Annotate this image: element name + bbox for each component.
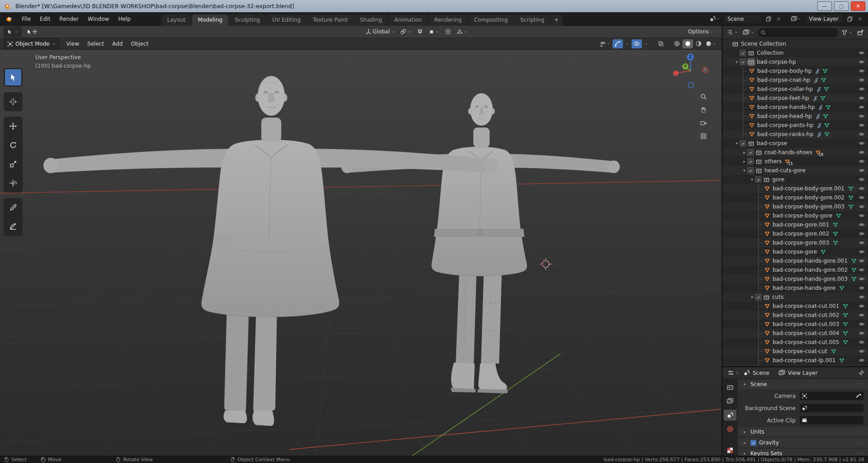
hide-in-viewport-icon[interactable]: [859, 213, 868, 219]
outliner-row[interactable]: bad-corpse-pants-hp: [722, 121, 868, 130]
workspace-tab-sculpting[interactable]: Sculpting: [229, 14, 266, 26]
collection-checkbox[interactable]: [747, 158, 754, 165]
outliner-row[interactable]: bad-corpse-coat-cut.003: [722, 320, 868, 329]
editor-type-dropdown[interactable]: [726, 369, 741, 378]
outliner-row[interactable]: bad-corpse-head-hp: [722, 112, 868, 121]
outliner-item-label[interactable]: bad-corpse-gore.002: [773, 231, 829, 237]
gravity-checkbox[interactable]: [750, 440, 756, 446]
mesh-data-icon[interactable]: [848, 185, 854, 192]
panel-header-gravity[interactable]: ▸Gravity∷∷: [738, 437, 868, 448]
viewport-3d[interactable]: User Perspective (100) bad-corpse-hp Z Y…: [0, 50, 722, 456]
workspace-tab-compositing[interactable]: Compositing: [468, 14, 514, 26]
mesh-data-icon[interactable]: [842, 339, 849, 345]
outliner-row[interactable]: bad-corpse-collar-hp: [722, 85, 868, 94]
outliner-row[interactable]: bad-corpse-hands-gore.003: [722, 274, 868, 283]
falloff-dropdown[interactable]: [455, 27, 469, 36]
outliner-row[interactable]: bad-corpse-coat-hp: [722, 76, 868, 85]
outliner-row[interactable]: bad-corpse-gore: [722, 247, 868, 256]
workspace-tab-animation[interactable]: Animation: [388, 14, 428, 26]
options-dropdown[interactable]: Options: [687, 27, 715, 36]
outliner-display-mode-dropdown[interactable]: [741, 28, 756, 37]
mesh-data-icon[interactable]: [820, 249, 826, 255]
filter-dropdown[interactable]: [840, 28, 854, 37]
workspace-tab-shading[interactable]: Shading: [354, 14, 388, 26]
workspace-tab-layout[interactable]: Layout: [161, 14, 192, 26]
mesh-data-icon[interactable]: [851, 267, 857, 273]
hide-in-viewport-icon[interactable]: [859, 240, 868, 246]
tab-view-layer-properties[interactable]: [724, 396, 736, 407]
hide-in-viewport-icon[interactable]: [859, 149, 868, 156]
hide-in-viewport-icon[interactable]: [859, 321, 868, 327]
collection-checkbox[interactable]: [747, 149, 754, 156]
outliner-item-label[interactable]: bad-corpse-coat-cut.002: [773, 312, 839, 318]
viewport-menu-add[interactable]: Add: [108, 41, 127, 47]
outliner-row[interactable]: ▸coat-hands-shoes19: [722, 148, 868, 157]
hide-in-viewport-icon[interactable]: [859, 276, 868, 282]
menu-file[interactable]: File: [17, 12, 35, 26]
maximize-button[interactable]: ▢: [834, 1, 849, 11]
mesh-data-icon[interactable]: [832, 222, 839, 228]
gizmos-dropdown-icon[interactable]: [624, 39, 630, 48]
modifier-icon[interactable]: [815, 113, 821, 119]
outliner-row[interactable]: bad-corpse-body-gore.001: [722, 184, 868, 193]
hide-in-viewport-icon[interactable]: [859, 140, 868, 146]
outliner-item-label[interactable]: bad-corpse-hands-gore.002: [773, 267, 848, 273]
outliner-row[interactable]: bad-corpse-coat-lp.001: [722, 356, 868, 365]
workspace-tab-uv-editing[interactable]: UV Editing: [266, 14, 307, 26]
outliner-row[interactable]: bad-corpse-coat-cut.004: [722, 329, 868, 338]
mesh-data-icon[interactable]: [842, 321, 849, 327]
navigation-gizmo[interactable]: Z Y X: [668, 51, 713, 92]
outliner-item-label[interactable]: Scene Collection: [741, 41, 786, 47]
modifier-icon[interactable]: [815, 68, 821, 74]
mesh-data-icon[interactable]: [842, 312, 849, 318]
outliner-item-label[interactable]: others: [764, 158, 782, 165]
mesh-data-icon[interactable]: [839, 357, 845, 364]
outliner-row[interactable]: ▾head-cuts-gore: [722, 166, 868, 175]
blender-menu-icon[interactable]: [5, 15, 13, 23]
tool-cursor-button[interactable]: [5, 94, 21, 110]
overlays-dropdown-icon[interactable]: [643, 39, 649, 48]
outliner-item-label[interactable]: gore: [772, 176, 784, 183]
panel-header-scene[interactable]: ▾Scene∷∷: [738, 379, 868, 390]
zoom-icon[interactable]: [700, 93, 707, 100]
outliner-row[interactable]: bad-corpse-ranks-hp: [722, 130, 868, 139]
mesh-data-icon[interactable]: [851, 258, 857, 264]
outliner-row[interactable]: bad-corpse-coat-cut: [722, 347, 868, 356]
outliner-row[interactable]: ▾bad-corpse-hp: [722, 57, 868, 66]
outliner-item-label[interactable]: bad-corpse-body-gore.003: [773, 203, 844, 210]
mesh-data-icon[interactable]: [835, 213, 842, 219]
show-overlays-icon[interactable]: [632, 39, 642, 48]
collection-checkbox[interactable]: [740, 59, 746, 65]
outliner-item-label[interactable]: bad-corpse-coat-cut.005: [773, 339, 839, 345]
outliner-row[interactable]: bad-corpse-hands-gore.001: [722, 256, 868, 265]
scene-icon[interactable]: [708, 14, 722, 24]
shading-solid-icon[interactable]: [683, 39, 693, 48]
hide-in-viewport-icon[interactable]: [859, 158, 868, 165]
collection-checkbox[interactable]: [755, 176, 761, 183]
hide-in-viewport-icon[interactable]: [859, 285, 868, 291]
mesh-data-icon[interactable]: [824, 131, 830, 137]
hide-in-viewport-icon[interactable]: [859, 95, 868, 101]
outliner-item-label[interactable]: bad-corpse-coat-hp: [757, 77, 810, 83]
outliner-row[interactable]: Collection: [722, 48, 868, 57]
outliner-row[interactable]: bad-corpse-coat-cut.005: [722, 338, 868, 347]
expand-down-icon[interactable]: ▾: [741, 168, 747, 173]
menu-edit[interactable]: Edit: [35, 12, 55, 26]
tool-annotate-button[interactable]: [5, 199, 21, 216]
outliner-row[interactable]: bad-corpse-body-gore: [722, 211, 868, 220]
hide-in-viewport-icon[interactable]: [859, 176, 868, 183]
field-input[interactable]: [800, 416, 863, 425]
view-layer-icon[interactable]: [789, 14, 803, 24]
outliner-item-label[interactable]: bad-corpse-collar-hp: [757, 86, 813, 92]
expand-right-icon[interactable]: ▸: [741, 150, 747, 155]
workspace-tab--[interactable]: +: [551, 14, 562, 26]
object-type-visibility-icon[interactable]: [599, 39, 611, 48]
outliner-item-label[interactable]: bad-corpse-coat-lp.001: [773, 357, 835, 364]
view-layer-selector[interactable]: View Layer: [805, 14, 844, 24]
modifier-icon[interactable]: [816, 123, 822, 128]
modifier-icon[interactable]: [813, 77, 819, 83]
viewport-menu-object[interactable]: Object: [127, 41, 152, 47]
minimize-button[interactable]: —: [817, 1, 832, 11]
menu-help[interactable]: Help: [113, 12, 135, 26]
mesh-data-icon[interactable]: [842, 330, 849, 336]
